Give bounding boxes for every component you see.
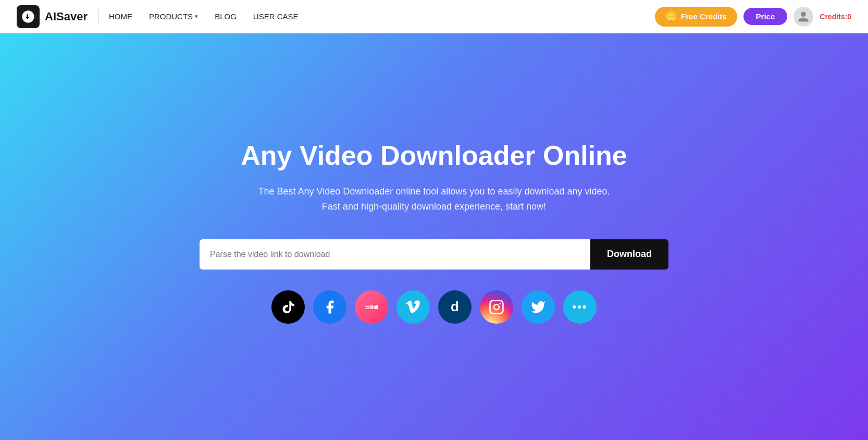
platform-icon-facebook[interactable]	[313, 290, 346, 324]
nav-link-products[interactable]: PRODUCTS ▾	[149, 12, 198, 21]
user-icon	[797, 10, 810, 23]
logo-text: AISaver	[45, 10, 88, 23]
nav-item-blog[interactable]: BLOG	[215, 12, 237, 21]
platform-icon-dailymotion[interactable]: d	[438, 290, 472, 324]
free-credits-label: Free Credits	[681, 12, 727, 21]
hero-section: Any Video Downloader Online The Best Any…	[0, 33, 868, 440]
price-button[interactable]: Price	[743, 8, 788, 25]
coin-icon: 🪙	[665, 11, 677, 22]
avatar[interactable]	[793, 7, 813, 27]
nav-link-usercase[interactable]: USER CASE	[253, 12, 299, 21]
nav-links: HOME PRODUCTS ▾ BLOG USER CASE	[109, 12, 299, 21]
platform-icon-bilibili[interactable]: bilibili	[355, 290, 388, 324]
search-area: Download	[200, 239, 668, 270]
logo-link[interactable]: AISaver	[17, 5, 88, 28]
facebook-icon	[322, 299, 338, 315]
navbar-right: 🪙 Free Credits Price Credits:0	[655, 7, 851, 27]
hero-subtitle: The Best Any Video Downloader online too…	[252, 184, 616, 214]
platform-icon-tiktok[interactable]	[271, 290, 305, 324]
chevron-down-icon: ▾	[195, 13, 198, 20]
nav-item-home[interactable]: HOME	[109, 12, 132, 21]
nav-divider	[98, 9, 98, 24]
bilibili-label: bilibili	[365, 304, 378, 310]
twitter-icon	[530, 299, 546, 315]
platform-icons: bilibili d •••	[271, 290, 597, 324]
free-credits-button[interactable]: 🪙 Free Credits	[655, 7, 737, 27]
search-input[interactable]	[200, 239, 590, 270]
svg-point-2	[500, 303, 501, 304]
platform-icon-more[interactable]: •••	[563, 290, 597, 324]
svg-point-1	[494, 304, 499, 310]
navbar: AISaver HOME PRODUCTS ▾ BLOG USER CASE 🪙…	[0, 0, 868, 33]
nav-link-blog[interactable]: BLOG	[215, 12, 237, 21]
instagram-icon	[489, 299, 504, 315]
nav-link-home[interactable]: HOME	[109, 12, 132, 21]
nav-item-products[interactable]: PRODUCTS ▾	[149, 12, 198, 21]
download-button[interactable]: Download	[590, 239, 668, 270]
vimeo-icon	[405, 299, 421, 315]
hero-title: Any Video Downloader Online	[241, 139, 627, 172]
nav-item-usercase[interactable]: USER CASE	[253, 12, 299, 21]
credits-value: 0	[847, 13, 851, 21]
more-dots: •••	[572, 300, 587, 314]
platform-icon-twitter[interactable]	[522, 290, 555, 324]
logo-icon	[17, 5, 40, 28]
logo-svg	[21, 9, 35, 24]
platform-icon-vimeo[interactable]	[396, 290, 430, 324]
credits-badge: Credits:0	[820, 13, 851, 21]
svg-rect-0	[490, 300, 503, 313]
tiktok-icon	[280, 299, 296, 315]
dailymotion-label: d	[451, 299, 459, 315]
platform-icon-instagram[interactable]	[480, 290, 513, 324]
